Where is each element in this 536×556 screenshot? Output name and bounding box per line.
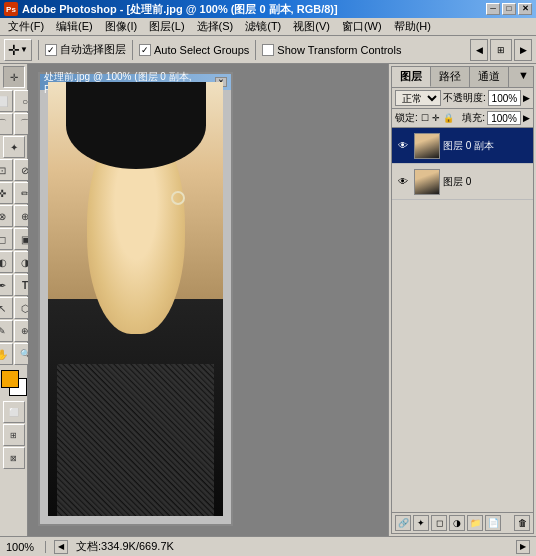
opacity-value[interactable]: 100% xyxy=(488,90,521,106)
menu-image[interactable]: 图像(I) xyxy=(99,18,143,35)
photo-content xyxy=(48,82,223,516)
hand-tool[interactable]: ✋ xyxy=(0,343,13,365)
title-bar-controls: ─ □ ✕ xyxy=(486,3,532,15)
add-mask-btn[interactable]: ◻ xyxy=(431,515,447,531)
new-group-btn[interactable]: 📁 xyxy=(467,515,483,531)
photo-hair-top xyxy=(66,82,206,169)
canvas-area: 处理前.jpg @ 100% (图层 0 副本, RGB/8) ✕ xyxy=(28,64,388,536)
menu-file[interactable]: 文件(F) xyxy=(2,18,50,35)
layer-eye-0-copy[interactable]: 👁 xyxy=(395,138,411,154)
auto-select-groups-label: Auto Select Groups xyxy=(154,44,249,56)
toolbar-align-btn[interactable]: ⊞ xyxy=(490,39,512,61)
options-toolbar: ✛▼ ✓ 自动选择图层 ✓ Auto Select Groups Show Tr… xyxy=(0,36,536,64)
auto-select-layer-label: 自动选择图层 xyxy=(60,42,126,57)
fg-color-swatch[interactable] xyxy=(1,370,19,388)
auto-select-groups-checkbox[interactable]: ✓ Auto Select Groups xyxy=(139,44,249,56)
layer-name-0: 图层 0 xyxy=(443,175,530,189)
pen-tool[interactable]: ✒ xyxy=(0,274,13,296)
lock-label: 锁定: xyxy=(395,111,418,125)
layer-thumb-0-copy xyxy=(414,133,440,159)
menu-edit[interactable]: 编辑(E) xyxy=(50,18,99,35)
tab-channels[interactable]: 通道 xyxy=(470,67,509,87)
clone-tool[interactable]: ⊗ xyxy=(0,205,13,227)
layer-item-0-copy[interactable]: 👁 图层 0 副本 xyxy=(392,128,533,164)
dodge-tool[interactable]: ◐ xyxy=(0,251,13,273)
fill-value[interactable]: 100% xyxy=(487,111,521,125)
magic-wand-tool[interactable]: ✦ xyxy=(3,136,25,158)
status-bar: 100% ◀ 文档:334.9K/669.7K ▶ xyxy=(0,536,536,556)
fill-row: 填充: 100% ▶ xyxy=(462,111,530,125)
auto-select-layer-check[interactable]: ✓ xyxy=(45,44,57,56)
opacity-label: 不透明度: xyxy=(443,91,486,105)
canvas-inner xyxy=(48,82,223,516)
path-select-tool[interactable]: ↖ xyxy=(0,297,13,319)
tab-paths[interactable]: 路径 xyxy=(431,67,470,87)
layer-item-0[interactable]: 👁 图层 0 xyxy=(392,164,533,200)
crop-tool[interactable]: ⊡ xyxy=(0,159,13,181)
quick-mask-btn[interactable]: ⊠ xyxy=(3,447,25,469)
fill-arrow[interactable]: ▶ xyxy=(523,113,530,123)
eraser-tool[interactable]: ◻ xyxy=(0,228,13,250)
show-transform-label: Show Transform Controls xyxy=(277,44,401,56)
title-bar: Ps Adobe Photoshop - [处理前.jpg @ 100% (图层… xyxy=(0,0,536,18)
new-adjustment-btn[interactable]: ◑ xyxy=(449,515,465,531)
show-transform-checkbox[interactable]: Show Transform Controls xyxy=(262,44,401,56)
menu-window[interactable]: 窗口(W) xyxy=(336,18,388,35)
opacity-arrow[interactable]: ▶ xyxy=(523,93,530,103)
link-layers-btn[interactable]: 🔗 xyxy=(395,515,411,531)
minimize-button[interactable]: ─ xyxy=(486,3,500,15)
auto-select-groups-check[interactable]: ✓ xyxy=(139,44,151,56)
photo-dress xyxy=(57,364,215,516)
maximize-button[interactable]: □ xyxy=(502,3,516,15)
panel-tabs: 图层 路径 通道 ▼ xyxy=(392,67,533,88)
title-bar-text: Adobe Photoshop - [处理前.jpg @ 100% (图层 0 … xyxy=(22,2,338,17)
tab-layers[interactable]: 图层 xyxy=(392,67,431,87)
menu-select[interactable]: 选择(S) xyxy=(191,18,240,35)
auto-select-layer-checkbox[interactable]: ✓ 自动选择图层 xyxy=(45,42,126,57)
document-window: 处理前.jpg @ 100% (图层 0 副本, RGB/8) ✕ xyxy=(38,72,233,526)
new-layer-btn[interactable]: 📄 xyxy=(485,515,501,531)
screen-mode-btn[interactable]: ⬜ xyxy=(3,401,25,423)
show-transform-check[interactable] xyxy=(262,44,274,56)
lasso-tool[interactable]: ⌒ xyxy=(0,113,13,135)
main-area: ✛ ⬜ ○ ⌒ ⌒ ✦ ⊡ ⊘ ✜ ✏ ⊗ ⊕ ◻ ▣ ◐ xyxy=(0,64,536,536)
toolbar-arrow-right[interactable]: ▶ xyxy=(514,39,532,61)
move-tool[interactable]: ✛ xyxy=(3,66,25,88)
notes-tool[interactable]: ✎ xyxy=(0,320,13,342)
menu-bar: 文件(F) 编辑(E) 图像(I) 图层(L) 选择(S) 滤镜(T) 视图(V… xyxy=(0,18,536,36)
status-arrow-left[interactable]: ◀ xyxy=(54,540,68,554)
panel-bottom-bar: 🔗 ✦ ◻ ◑ 📁 📄 🗑 xyxy=(392,512,533,533)
blend-mode-select[interactable]: 正常 溶解 变暗 xyxy=(395,90,441,106)
menu-layer[interactable]: 图层(L) xyxy=(143,18,190,35)
status-arrow-right[interactable]: ▶ xyxy=(516,540,530,554)
fullscreen-btn[interactable]: ⊞ xyxy=(3,424,25,446)
fill-label: 填充: xyxy=(462,111,485,125)
marquee-tool[interactable]: ⬜ xyxy=(0,90,13,112)
toolbar-divider-2 xyxy=(132,40,133,60)
layer-thumb-0 xyxy=(414,169,440,195)
toolbar-arrow-left[interactable]: ◀ xyxy=(470,39,488,61)
blend-opacity-row: 正常 溶解 变暗 不透明度: 100% ▶ xyxy=(392,88,533,109)
panel-expand-btn[interactable]: ▼ xyxy=(514,67,533,87)
healing-tool[interactable]: ✜ xyxy=(0,182,13,204)
close-button[interactable]: ✕ xyxy=(518,3,532,15)
toolbox: ✛ ⬜ ○ ⌒ ⌒ ✦ ⊡ ⊘ ✜ ✏ ⊗ ⊕ ◻ ▣ ◐ xyxy=(0,64,28,536)
lock-all-btn[interactable]: 🔒 xyxy=(443,113,454,123)
zoom-level: 100% xyxy=(6,541,46,553)
menu-filter[interactable]: 滤镜(T) xyxy=(239,18,287,35)
menu-help[interactable]: 帮助(H) xyxy=(388,18,437,35)
layer-name-0-copy: 图层 0 副本 xyxy=(443,139,530,153)
photo-earring xyxy=(171,191,185,205)
lock-position-btn[interactable]: ✛ xyxy=(432,113,440,123)
delete-layer-btn[interactable]: 🗑 xyxy=(514,515,530,531)
panels-area: 图层 路径 通道 ▼ 正常 溶解 变暗 不透明度: 100% ▶ 锁定: ☐ xyxy=(388,64,536,536)
color-swatches[interactable] xyxy=(1,370,27,396)
lock-pixels-btn[interactable]: ☐ xyxy=(421,113,429,123)
toolbar-divider-1 xyxy=(38,40,39,60)
menu-view[interactable]: 视图(V) xyxy=(287,18,336,35)
layer-eye-0[interactable]: 👁 xyxy=(395,174,411,190)
layers-list: 👁 图层 0 副本 👁 图层 0 xyxy=(392,128,533,512)
add-style-btn[interactable]: ✦ xyxy=(413,515,429,531)
layers-panel: 图层 路径 通道 ▼ 正常 溶解 变暗 不透明度: 100% ▶ 锁定: ☐ xyxy=(391,66,534,534)
app-icon: Ps xyxy=(4,2,18,16)
